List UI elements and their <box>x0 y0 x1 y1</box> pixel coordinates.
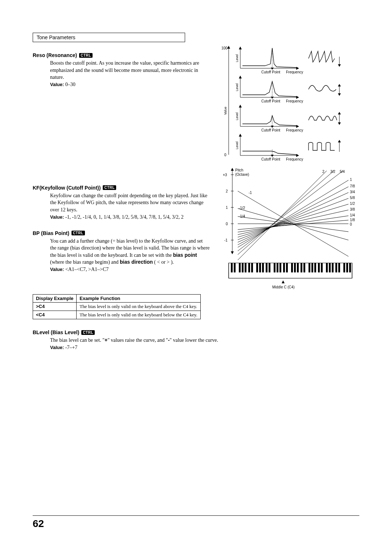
reso-ymax: 100 <box>221 46 228 50</box>
svg-text:Level: Level <box>235 83 239 91</box>
svg-rect-128 <box>343 263 345 272</box>
blevel-body: The bias level can be set. "+" values ra… <box>50 337 304 344</box>
svg-rect-111 <box>283 263 285 272</box>
table-cell: <C4 <box>33 311 77 319</box>
svg-rect-97 <box>234 263 236 272</box>
blevel-body1: The bias level can be set. " <box>50 337 105 343</box>
page-header-box: Tone Parameters <box>33 33 185 42</box>
reso-heading: Reso (Resonance) CTRL <box>33 52 211 58</box>
bp-value-text: <A1–<C7, >A1–>C7 <box>65 267 109 272</box>
reso-heading-text: Reso (Resonance) <box>33 52 77 58</box>
bp-value-label: Value: <box>50 267 64 272</box>
kf-value: Value: -1, -1/2, -1/4, 0, 1, 1/4, 3/8, 1… <box>50 214 211 220</box>
svg-text:-1: -1 <box>249 191 252 195</box>
svg-text:-1/2: -1/2 <box>239 206 245 210</box>
bp-value: Value: <A1–<C7, >A1–>C7 <box>50 267 211 272</box>
svg-rect-120 <box>314 263 316 272</box>
reso-value-text: 0–30 <box>65 82 75 87</box>
svg-marker-132 <box>282 280 285 283</box>
middle-c-label: Middle C (C4) <box>272 285 295 289</box>
svg-rect-114 <box>294 263 296 272</box>
blevel-body3: " value lower the curve. <box>170 337 218 343</box>
svg-text:Cutoff Point: Cutoff Point <box>261 128 280 132</box>
svg-rect-121 <box>318 263 320 272</box>
keyfollow-chart: Pitch (Octave) +3 2 1 0 -1 <box>218 166 363 289</box>
svg-text:0: 0 <box>226 222 228 226</box>
svg-rect-107 <box>269 263 270 272</box>
svg-rect-112 <box>286 263 288 272</box>
svg-text:1/8: 1/8 <box>350 218 355 222</box>
svg-marker-36 <box>338 122 341 125</box>
svg-line-67 <box>238 187 348 245</box>
ctrl-badge-icon: CTRL <box>79 53 93 58</box>
svg-marker-50 <box>231 251 234 254</box>
svg-line-73 <box>238 220 348 230</box>
svg-text:Frequency: Frequency <box>286 70 303 74</box>
svg-rect-101 <box>248 263 250 272</box>
bias-table: Display Example Example Function >C4 The… <box>33 294 359 319</box>
svg-text:+3: +3 <box>223 173 227 177</box>
svg-rect-115 <box>297 263 299 272</box>
svg-text:2: 2 <box>226 189 228 193</box>
svg-line-76 <box>238 208 348 240</box>
table-row: <C4 The bias level is only valid on the … <box>33 311 201 319</box>
svg-marker-18 <box>271 97 274 99</box>
svg-rect-96 <box>231 263 233 272</box>
table-cell: The bias level is only valid on the keyb… <box>77 303 200 311</box>
svg-text:Frequency: Frequency <box>286 157 303 161</box>
svg-marker-49 <box>231 168 234 171</box>
blevel-value: Value: -7–+7 <box>50 345 359 351</box>
reso-subplot-1: Level Cutoff Point Frequency <box>235 134 341 161</box>
svg-text:Level: Level <box>235 112 239 120</box>
svg-rect-118 <box>309 263 310 272</box>
svg-rect-108 <box>274 263 275 272</box>
svg-rect-100 <box>245 263 246 272</box>
svg-line-65 <box>238 171 343 251</box>
svg-text:Cutoff Point: Cutoff Point <box>261 157 280 161</box>
kf-value-text: -1, -1/2, -1/4, 0, 1, 1/4, 3/8, 1/2, 5/8… <box>65 214 184 220</box>
reso-body: Boosts the cutoff point. As you increase… <box>50 60 210 81</box>
svg-text:Cutoff Point: Cutoff Point <box>261 99 280 103</box>
reso-ymin: 0 <box>224 153 226 157</box>
svg-line-70 <box>238 204 348 237</box>
bp-bold2: bias direction <box>120 259 153 265</box>
svg-text:3/4: 3/4 <box>350 190 355 194</box>
svg-text:Pitch: Pitch <box>235 168 243 172</box>
bp-heading-text: BP (Bias Point) <box>33 230 69 236</box>
svg-marker-7 <box>271 68 274 70</box>
reso-value: Value: 0–30 <box>50 82 211 88</box>
table-header-1: Display Example <box>33 295 77 303</box>
bp-heading: BP (Bias Point) CTRL <box>33 230 211 236</box>
svg-rect-109 <box>277 263 278 272</box>
svg-text:Frequency: Frequency <box>286 99 303 103</box>
kf-heading-text: KF(Keyfollow (Cutoff Point)) <box>33 185 101 191</box>
kf-value-label: Value: <box>50 214 64 220</box>
svg-text:Level: Level <box>235 54 239 62</box>
svg-text:1/4: 1/4 <box>350 213 355 217</box>
table-cell: The bias level is only valid on the keyb… <box>77 311 200 319</box>
reso-subplot-4: Level Cutoff Point Frequency <box>235 46 341 74</box>
svg-marker-26 <box>239 105 242 108</box>
svg-marker-1 <box>227 46 230 49</box>
blevel-value-label: Value: <box>50 345 64 350</box>
table-row: >C4 The bias level is only valid on the … <box>33 303 201 311</box>
kf-body: Keyfollow can change the cutoff point de… <box>50 192 210 214</box>
svg-rect-103 <box>256 263 258 272</box>
kf-heading: KF(Keyfollow (Cutoff Point)) CTRL <box>33 185 211 191</box>
bp-body2: (where the bias range begins) and <box>50 259 120 265</box>
svg-line-63 <box>238 171 327 260</box>
reso-subplot-2: Level Cutoff Point Frequency <box>235 105 341 132</box>
svg-marker-23 <box>338 84 341 86</box>
ctrl-badge-icon: CTRL <box>103 185 116 190</box>
svg-text:-1/4: -1/4 <box>239 214 245 218</box>
svg-text:(Octave): (Octave) <box>235 173 249 177</box>
svg-rect-127 <box>338 263 340 272</box>
svg-rect-125 <box>332 263 334 272</box>
svg-text:-1: -1 <box>224 238 228 242</box>
svg-rect-116 <box>301 263 302 272</box>
svg-text:1: 1 <box>350 178 352 182</box>
svg-rect-105 <box>262 263 264 272</box>
svg-text:5/8: 5/8 <box>350 196 355 200</box>
svg-rect-122 <box>321 263 323 272</box>
svg-rect-110 <box>279 263 281 272</box>
